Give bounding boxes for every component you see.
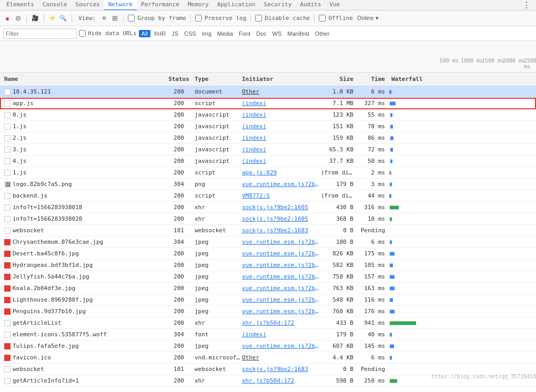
cell-initiator[interactable]: vue.runtime.esm.js?2b0e:...	[242, 239, 321, 245]
table-row[interactable]: 🖼logo.82b9c7a5.png 304 png vue.runtime.e…	[0, 179, 536, 190]
cell-initiator[interactable]: (index)	[242, 100, 321, 107]
filter-other[interactable]: Other	[312, 30, 332, 37]
tab-memory[interactable]: Memory	[184, 0, 213, 11]
table-row[interactable]: Penguins.9d377b10.jpg 200 jpeg vue.runti…	[0, 306, 536, 317]
offline-label[interactable]: Offline	[319, 15, 352, 22]
stop-button[interactable]: ⊘	[14, 14, 22, 23]
tab-performance[interactable]: Performance	[137, 0, 184, 11]
cell-initiator[interactable]: Other	[242, 88, 321, 95]
filter-all[interactable]: All	[139, 30, 150, 37]
filter-button[interactable]: ⚡	[48, 14, 57, 23]
disable-cache-label[interactable]: Disable cache	[255, 15, 310, 22]
filter-css[interactable]: CSS	[181, 30, 199, 37]
table-row[interactable]: websocket 101 websocket sockjs.js?9be2:1…	[0, 364, 536, 375]
table-row[interactable]: Tulips.fafa5efe.jpg 200 jpeg vue.runtime…	[0, 341, 536, 352]
cell-initiator[interactable]: vue.runtime.esm.js?2b0e:...	[242, 273, 321, 280]
cell-initiator[interactable]: vue.runtime.esm.js?2b0e:...	[242, 262, 321, 269]
online-dropdown[interactable]: Online ▾	[355, 14, 381, 23]
devtools-menu-icon[interactable]: ⋮	[519, 0, 534, 10]
table-row[interactable]: Lighthouse.8969288f.jpg 200 jpeg vue.run…	[0, 294, 536, 306]
table-row[interactable]: Hydrangeas.bdf3bf1d.jpg 200 jpeg vue.run…	[0, 260, 536, 271]
cell-initiator[interactable]: vue.runtime.esm.js?2b0e:...	[242, 181, 321, 188]
filter-font[interactable]: Font	[236, 30, 253, 37]
view-list-icon[interactable]: ≡	[100, 14, 108, 23]
screenshot-button[interactable]: 🎥	[31, 14, 39, 23]
cell-initiator[interactable]: (index)	[242, 111, 321, 118]
table-row[interactable]: favicon.ico 200 vnd.microsoft... Other 4…	[0, 352, 536, 364]
preserve-log-label[interactable]: Preserve log	[195, 15, 246, 22]
filter-xhr[interactable]: XHR	[151, 30, 168, 37]
search-button[interactable]: 🔍	[59, 14, 67, 23]
waterfall-bar	[390, 263, 393, 267]
filter-js[interactable]: JS	[169, 30, 181, 37]
cell-initiator[interactable]: xhr.js?b50d:172	[242, 377, 321, 384]
table-row[interactable]: websocket 101 websocket sockjs.js?9be2:1…	[0, 225, 536, 236]
table-row[interactable]: Jellyfish.5a44c7ba.jpg 200 jpeg vue.runt…	[0, 271, 536, 283]
group-by-frame-label[interactable]: Group by frame	[128, 15, 186, 22]
table-row[interactable]: Koala.2b04df3e.jpg 200 jpeg vue.runtime.…	[0, 283, 536, 294]
waterfall-bar	[390, 310, 395, 313]
table-row[interactable]: 2.js 200 javascript (index) 159 KB 86 ms	[0, 132, 536, 144]
cell-initiator[interactable]: vue.runtime.esm.js?2b0e:...	[242, 343, 321, 349]
table-row[interactable]: getArticleInfo?id=1 200 xhr xhr.js?b50d:…	[0, 375, 536, 387]
hide-data-urls-label[interactable]: Hide data URLs	[79, 30, 137, 37]
table-row[interactable]: info?t=1566283938020 200 xhr sockjs.js?9…	[0, 213, 536, 225]
table-row[interactable]: Chrysanthemum.076e3cae.jpg 304 jpeg vue.…	[0, 236, 536, 248]
disable-cache-checkbox[interactable]	[255, 15, 262, 22]
preserve-log-checkbox[interactable]	[195, 15, 202, 22]
tab-sources[interactable]: Sources	[71, 0, 104, 11]
table-row[interactable]: 1.js 200 javascript (index) 151 KB 78 ms	[0, 121, 536, 132]
tab-security[interactable]: Security	[260, 0, 296, 11]
table-row[interactable]: backend.js 200 script VM8772:5 (from dis…	[0, 190, 536, 202]
cell-initiator[interactable]: vue.runtime.esm.js?2b0e:...	[242, 308, 321, 315]
table-row[interactable]: app.js 200 script (index) 7.1 MB 327 ms	[0, 98, 536, 109]
filter-img[interactable]: Img	[199, 30, 214, 37]
cell-initiator[interactable]: sockjs.js?9be2:1683	[242, 366, 321, 373]
cell-initiator[interactable]: vue.runtime.esm.js?2b0e:...	[242, 250, 321, 257]
tick-1000ms: 1000 ms	[461, 58, 483, 64]
tab-vue[interactable]: Vue	[325, 0, 344, 11]
cell-name: Jellyfish.5a44c7ba.jpg	[0, 273, 163, 280]
cell-initiator[interactable]: (index)	[242, 123, 321, 130]
cell-initiator[interactable]: (index)	[242, 135, 321, 141]
hide-data-urls-checkbox[interactable]	[79, 30, 86, 37]
tab-network[interactable]: Network	[104, 0, 137, 11]
cell-initiator[interactable]: vue.runtime.esm.js?2b0e:...	[242, 296, 321, 303]
filter-ws[interactable]: WS	[270, 30, 285, 37]
table-row[interactable]: getArticleList 200 xhr xhr.js?b50d:172 4…	[0, 317, 536, 329]
tab-audits[interactable]: Audits	[296, 0, 326, 11]
table-row[interactable]: Desert.ba45c8f6.jpg 200 jpeg vue.runtime…	[0, 248, 536, 260]
filter-doc[interactable]: Doc	[254, 30, 269, 37]
cell-initiator[interactable]: sockjs.js?9be2:1605	[242, 215, 321, 222]
table-row[interactable]: 4.js 200 javascript (index) 37.7 KB 50 m…	[0, 156, 536, 167]
cell-initiator[interactable]: sockjs.js?9be2:1605	[242, 204, 321, 211]
cell-initiator[interactable]: xhr.js?b50d:172	[242, 319, 321, 326]
table-row[interactable]: 0.js 200 javascript (index) 123 KB 55 ms	[0, 109, 536, 121]
cell-initiator[interactable]: app.js:829	[242, 169, 321, 176]
filter-input[interactable]	[3, 28, 77, 39]
table-row[interactable]: 3.js 200 javascript (index) 65.3 KB 72 m…	[0, 144, 536, 156]
record-button[interactable]: ●	[3, 14, 12, 23]
file-icon	[4, 251, 11, 257]
tab-elements[interactable]: Elements	[2, 0, 38, 11]
cell-initiator[interactable]: (index)	[242, 146, 321, 153]
waterfall-bar	[390, 101, 396, 105]
filter-manifest[interactable]: Manifest	[285, 30, 312, 37]
cell-waterfall	[389, 306, 536, 317]
group-by-frame-checkbox[interactable]	[128, 15, 135, 22]
table-row[interactable]: element-icons.535877f5.woff 304 font (in…	[0, 329, 536, 341]
cell-initiator[interactable]: Other	[242, 354, 321, 361]
table-row[interactable]: info?t=1566283938018 200 xhr sockjs.js?9…	[0, 202, 536, 213]
filter-media[interactable]: Media	[215, 30, 236, 37]
offline-checkbox[interactable]	[319, 15, 326, 22]
cell-initiator[interactable]: (index)	[242, 158, 321, 164]
table-row[interactable]: 1.js 200 script app.js:829 (from disk ca…	[0, 167, 536, 179]
cell-initiator[interactable]: vue.runtime.esm.js?2b0e:...	[242, 285, 321, 292]
table-row[interactable]: 10.4.35.121 200 document Other 1.0 KB 6 …	[0, 86, 536, 98]
tab-console[interactable]: Console	[38, 0, 71, 11]
view-grid-icon[interactable]: ⊞	[110, 14, 119, 23]
cell-initiator[interactable]: VM8772:5	[242, 192, 321, 199]
tab-application[interactable]: Application	[213, 0, 260, 11]
cell-initiator[interactable]: (index)	[242, 331, 321, 338]
cell-initiator[interactable]: sockjs.js?9be2:1683	[242, 227, 321, 234]
